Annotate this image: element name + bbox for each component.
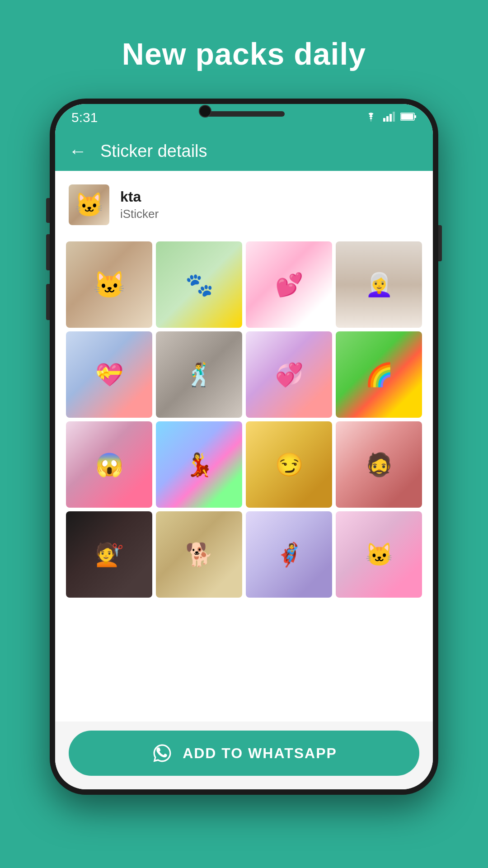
sticker-item[interactable]: 💇 bbox=[66, 511, 152, 598]
phone-camera bbox=[199, 105, 211, 118]
sticker-image: 🐕 bbox=[156, 511, 242, 598]
wifi-icon bbox=[364, 111, 378, 125]
svg-rect-3 bbox=[393, 112, 395, 122]
sticker-image: 🐱 bbox=[336, 511, 422, 598]
page-background: New packs daily 5:31 bbox=[0, 0, 488, 868]
status-time: 5:31 bbox=[71, 110, 98, 125]
whatsapp-icon bbox=[151, 742, 174, 764]
sticker-image: 😏 bbox=[246, 421, 332, 508]
sticker-grid: 🐱 🐾 💕 👩‍🦳 💝 bbox=[55, 234, 433, 605]
svg-rect-5 bbox=[401, 114, 413, 120]
sticker-image: 💕 bbox=[246, 241, 332, 328]
sticker-item[interactable]: 👩‍🦳 bbox=[336, 241, 422, 328]
svg-rect-0 bbox=[383, 118, 385, 122]
sticker-item[interactable]: 🦸 bbox=[246, 511, 332, 598]
bottom-area: ADD TO WHATSAPP bbox=[55, 722, 433, 789]
volume-down-button bbox=[46, 284, 50, 320]
volume-up-button bbox=[46, 234, 50, 270]
pack-thumbnail: 🐱 bbox=[69, 184, 109, 225]
sticker-image: 🐾 bbox=[156, 241, 242, 328]
pack-name: kta bbox=[120, 189, 159, 205]
sticker-image: 🦸 bbox=[246, 511, 332, 598]
sticker-item[interactable]: 😱 bbox=[66, 421, 152, 508]
content-area: 🐱 kta iSticker 🐱 🐾 bbox=[55, 171, 433, 722]
sticker-image: 🌈 bbox=[336, 331, 422, 418]
sticker-image: 🐱 bbox=[66, 241, 152, 328]
sticker-item[interactable]: 🐾 bbox=[156, 241, 242, 328]
svg-rect-6 bbox=[414, 115, 416, 118]
screen-title: Sticker details bbox=[100, 142, 207, 161]
phone-screen: 5:31 bbox=[55, 104, 433, 789]
sticker-item[interactable]: 💃 bbox=[156, 421, 242, 508]
status-bar: 5:31 bbox=[55, 104, 433, 131]
sticker-item[interactable]: 😏 bbox=[246, 421, 332, 508]
sticker-item[interactable]: 🧔 bbox=[336, 421, 422, 508]
signal-icon bbox=[383, 111, 395, 125]
sticker-image: 💞 bbox=[246, 331, 332, 418]
sticker-item[interactable]: 💞 bbox=[246, 331, 332, 418]
status-icons bbox=[364, 111, 417, 125]
sticker-image: 💇 bbox=[66, 511, 152, 598]
page-title: New packs daily bbox=[122, 36, 366, 71]
sticker-image: 🧔 bbox=[336, 421, 422, 508]
sticker-item[interactable]: 🐱 bbox=[336, 511, 422, 598]
back-button[interactable]: ← bbox=[69, 141, 87, 161]
pack-header: 🐱 kta iSticker bbox=[55, 171, 433, 234]
sticker-item[interactable]: 🐕 bbox=[156, 511, 242, 598]
sticker-image: 🕺 bbox=[156, 331, 242, 418]
content-spacer bbox=[55, 605, 433, 722]
sticker-image: 💃 bbox=[156, 421, 242, 508]
sticker-image: 👩‍🦳 bbox=[336, 241, 422, 328]
svg-rect-2 bbox=[389, 114, 392, 122]
sticker-item[interactable]: 💕 bbox=[246, 241, 332, 328]
add-to-whatsapp-button[interactable]: ADD TO WHATSAPP bbox=[69, 731, 419, 776]
power-button bbox=[438, 225, 442, 261]
svg-rect-1 bbox=[386, 116, 389, 122]
mute-button bbox=[46, 198, 50, 223]
pack-author: iSticker bbox=[120, 207, 159, 221]
sticker-item[interactable]: 🐱 bbox=[66, 241, 152, 328]
sticker-item[interactable]: 🕺 bbox=[156, 331, 242, 418]
add-button-label: ADD TO WHATSAPP bbox=[183, 745, 337, 762]
pack-info: kta iSticker bbox=[120, 189, 159, 221]
phone-frame: 5:31 bbox=[50, 99, 438, 795]
sticker-item[interactable]: 🌈 bbox=[336, 331, 422, 418]
sticker-image: 💝 bbox=[66, 331, 152, 418]
pack-thumbnail-image: 🐱 bbox=[69, 184, 109, 225]
battery-icon bbox=[400, 112, 417, 123]
sticker-item[interactable]: 💝 bbox=[66, 331, 152, 418]
sticker-image: 😱 bbox=[66, 421, 152, 508]
app-top-bar: ← Sticker details bbox=[55, 131, 433, 171]
